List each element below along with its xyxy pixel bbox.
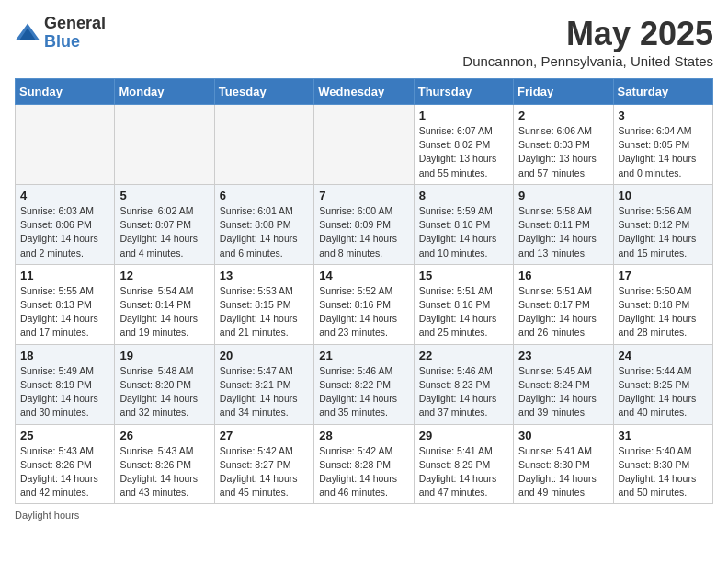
- cell-info: Sunrise: 5:43 AMSunset: 8:26 PMDaylight:…: [119, 444, 209, 500]
- calendar-cell: 28Sunrise: 5:42 AMSunset: 8:28 PMDayligh…: [314, 424, 414, 504]
- cell-day-number: 18: [20, 349, 109, 362]
- logo-blue-text: Blue: [44, 33, 106, 52]
- cell-day-number: 21: [319, 349, 408, 362]
- cell-day-number: 7: [319, 189, 408, 202]
- logo-general-text: General: [44, 15, 106, 33]
- cell-day-number: 30: [518, 429, 608, 442]
- calendar-cell: 3Sunrise: 6:04 AMSunset: 8:05 PMDaylight…: [613, 105, 712, 185]
- cell-day-number: 3: [619, 109, 708, 122]
- cell-day-number: 10: [619, 189, 708, 202]
- calendar-cell: 12Sunrise: 5:54 AMSunset: 8:14 PMDayligh…: [115, 264, 214, 344]
- calendar-week-row: 1Sunrise: 6:07 AMSunset: 8:02 PMDaylight…: [16, 105, 713, 185]
- weekday-header: Friday: [514, 79, 613, 105]
- cell-info: Sunrise: 5:46 AMSunset: 8:22 PMDaylight:…: [319, 364, 408, 420]
- calendar-table: SundayMondayTuesdayWednesdayThursdayFrid…: [15, 78, 713, 504]
- cell-info: Sunrise: 5:58 AMSunset: 8:11 PMDaylight:…: [518, 204, 608, 260]
- calendar-title: May 2025: [462, 15, 713, 53]
- calendar-cell: 9Sunrise: 5:58 AMSunset: 8:11 PMDaylight…: [514, 184, 613, 264]
- cell-info: Sunrise: 6:03 AMSunset: 8:06 PMDaylight:…: [20, 204, 109, 260]
- calendar-cell: 16Sunrise: 5:51 AMSunset: 8:17 PMDayligh…: [514, 264, 613, 344]
- cell-day-number: 4: [20, 189, 109, 202]
- weekday-header: Monday: [115, 79, 214, 105]
- calendar-cell: 18Sunrise: 5:49 AMSunset: 8:19 PMDayligh…: [16, 344, 115, 424]
- logo-text: General Blue: [44, 15, 106, 52]
- cell-day-number: 25: [20, 429, 109, 442]
- cell-day-number: 20: [220, 349, 309, 362]
- weekday-header: Wednesday: [314, 79, 414, 105]
- calendar-cell: 25Sunrise: 5:43 AMSunset: 8:26 PMDayligh…: [16, 424, 115, 504]
- calendar-week-row: 11Sunrise: 5:55 AMSunset: 8:13 PMDayligh…: [16, 264, 713, 344]
- cell-info: Sunrise: 5:42 AMSunset: 8:27 PMDaylight:…: [220, 444, 309, 500]
- cell-day-number: 31: [619, 429, 708, 442]
- cell-info: Sunrise: 6:06 AMSunset: 8:03 PMDaylight:…: [518, 124, 608, 180]
- calendar-cell: 23Sunrise: 5:45 AMSunset: 8:24 PMDayligh…: [514, 344, 613, 424]
- cell-day-number: 2: [518, 109, 608, 122]
- logo-icon: [15, 20, 40, 46]
- cell-info: Sunrise: 5:46 AMSunset: 8:23 PMDaylight:…: [419, 364, 508, 420]
- cell-info: Sunrise: 5:51 AMSunset: 8:17 PMDaylight:…: [518, 284, 608, 340]
- cell-info: Sunrise: 5:49 AMSunset: 8:19 PMDaylight:…: [20, 364, 109, 420]
- calendar-cell: 7Sunrise: 6:00 AMSunset: 8:09 PMDaylight…: [314, 184, 414, 264]
- cell-info: Sunrise: 5:56 AMSunset: 8:12 PMDaylight:…: [619, 204, 708, 260]
- cell-day-number: 1: [419, 109, 508, 122]
- cell-day-number: 16: [518, 269, 608, 282]
- calendar-cell: 14Sunrise: 5:52 AMSunset: 8:16 PMDayligh…: [314, 264, 414, 344]
- calendar-cell: 8Sunrise: 5:59 AMSunset: 8:10 PMDaylight…: [414, 184, 513, 264]
- cell-info: Sunrise: 6:04 AMSunset: 8:05 PMDaylight:…: [619, 124, 708, 180]
- cell-info: Sunrise: 5:41 AMSunset: 8:29 PMDaylight:…: [419, 444, 508, 500]
- cell-info: Sunrise: 6:00 AMSunset: 8:09 PMDaylight:…: [319, 204, 408, 260]
- cell-info: Sunrise: 5:47 AMSunset: 8:21 PMDaylight:…: [220, 364, 309, 420]
- weekday-header: Sunday: [16, 79, 115, 105]
- calendar-cell: 27Sunrise: 5:42 AMSunset: 8:27 PMDayligh…: [214, 424, 313, 504]
- cell-day-number: 12: [119, 269, 209, 282]
- calendar-cell: 21Sunrise: 5:46 AMSunset: 8:22 PMDayligh…: [314, 344, 414, 424]
- cell-day-number: 9: [518, 189, 608, 202]
- logo: General Blue: [15, 15, 106, 52]
- calendar-cell: 20Sunrise: 5:47 AMSunset: 8:21 PMDayligh…: [214, 344, 313, 424]
- cell-day-number: 23: [518, 349, 608, 362]
- cell-info: Sunrise: 5:59 AMSunset: 8:10 PMDaylight:…: [419, 204, 508, 260]
- calendar-cell: [16, 105, 115, 185]
- cell-day-number: 24: [619, 349, 708, 362]
- cell-day-number: 17: [619, 269, 708, 282]
- calendar-cell: 31Sunrise: 5:40 AMSunset: 8:30 PMDayligh…: [613, 424, 712, 504]
- calendar-cell: 19Sunrise: 5:48 AMSunset: 8:20 PMDayligh…: [115, 344, 214, 424]
- cell-day-number: 27: [220, 429, 309, 442]
- calendar-cell: [314, 105, 414, 185]
- calendar-cell: 10Sunrise: 5:56 AMSunset: 8:12 PMDayligh…: [613, 184, 712, 264]
- calendar-cell: 5Sunrise: 6:02 AMSunset: 8:07 PMDaylight…: [115, 184, 214, 264]
- cell-day-number: 14: [319, 269, 408, 282]
- cell-info: Sunrise: 5:41 AMSunset: 8:30 PMDaylight:…: [518, 444, 608, 500]
- cell-info: Sunrise: 5:50 AMSunset: 8:18 PMDaylight:…: [619, 284, 708, 340]
- cell-info: Sunrise: 5:40 AMSunset: 8:30 PMDaylight:…: [619, 444, 708, 500]
- calendar-cell: 17Sunrise: 5:50 AMSunset: 8:18 PMDayligh…: [613, 264, 712, 344]
- cell-info: Sunrise: 5:51 AMSunset: 8:16 PMDaylight:…: [419, 284, 508, 340]
- cell-day-number: 15: [419, 269, 508, 282]
- calendar-cell: [115, 105, 214, 185]
- calendar-cell: [214, 105, 313, 185]
- cell-info: Sunrise: 5:43 AMSunset: 8:26 PMDaylight:…: [20, 444, 109, 500]
- cell-day-number: 28: [319, 429, 408, 442]
- weekday-header: Thursday: [414, 79, 513, 105]
- calendar-cell: 1Sunrise: 6:07 AMSunset: 8:02 PMDaylight…: [414, 105, 513, 185]
- cell-info: Sunrise: 5:54 AMSunset: 8:14 PMDaylight:…: [119, 284, 209, 340]
- footer-note: Daylight hours: [15, 510, 713, 521]
- title-area: May 2025 Duncannon, Pennsylvania, United…: [462, 15, 713, 69]
- calendar-cell: 2Sunrise: 6:06 AMSunset: 8:03 PMDaylight…: [514, 105, 613, 185]
- cell-day-number: 11: [20, 269, 109, 282]
- cell-info: Sunrise: 5:55 AMSunset: 8:13 PMDaylight:…: [20, 284, 109, 340]
- calendar-cell: 26Sunrise: 5:43 AMSunset: 8:26 PMDayligh…: [115, 424, 214, 504]
- cell-day-number: 13: [220, 269, 309, 282]
- cell-day-number: 8: [419, 189, 508, 202]
- calendar-cell: 15Sunrise: 5:51 AMSunset: 8:16 PMDayligh…: [414, 264, 513, 344]
- weekday-header-row: SundayMondayTuesdayWednesdayThursdayFrid…: [16, 79, 713, 105]
- cell-info: Sunrise: 5:53 AMSunset: 8:15 PMDaylight:…: [220, 284, 309, 340]
- header: General Blue May 2025 Duncannon, Pennsyl…: [15, 15, 713, 69]
- cell-info: Sunrise: 5:44 AMSunset: 8:25 PMDaylight:…: [619, 364, 708, 420]
- calendar-cell: 24Sunrise: 5:44 AMSunset: 8:25 PMDayligh…: [613, 344, 712, 424]
- weekday-header: Tuesday: [214, 79, 313, 105]
- cell-info: Sunrise: 6:07 AMSunset: 8:02 PMDaylight:…: [419, 124, 508, 180]
- cell-day-number: 19: [119, 349, 209, 362]
- calendar-cell: 13Sunrise: 5:53 AMSunset: 8:15 PMDayligh…: [214, 264, 313, 344]
- cell-info: Sunrise: 6:02 AMSunset: 8:07 PMDaylight:…: [119, 204, 209, 260]
